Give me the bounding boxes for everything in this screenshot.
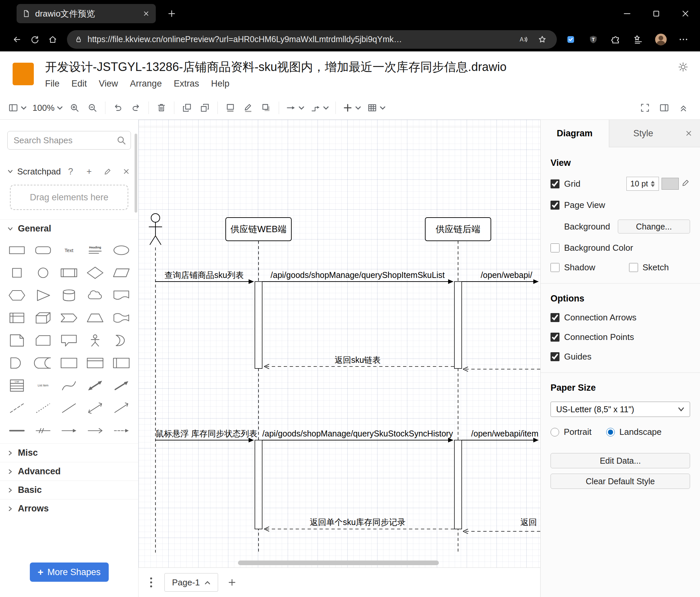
shape-card[interactable] <box>30 332 56 349</box>
settings-ellipsis-icon[interactable] <box>675 31 692 48</box>
pages-menu-icon[interactable] <box>145 574 158 591</box>
table-button[interactable] <box>364 99 388 117</box>
section-misc[interactable]: Misc <box>0 444 138 462</box>
menu-help[interactable]: Help <box>211 79 230 89</box>
grid-color-edit-icon[interactable] <box>681 178 690 189</box>
line-color-button[interactable] <box>240 99 257 117</box>
tab-close-icon[interactable] <box>142 9 150 18</box>
scratchpad-header[interactable]: Scratchpad ? + <box>0 163 138 180</box>
shape-directional-connector[interactable] <box>108 400 134 416</box>
portrait-radio-label[interactable]: Portrait <box>551 427 592 437</box>
address-url[interactable]: https://file.kkview.cn/onlinePreview?url… <box>88 34 511 44</box>
shape-rectangle[interactable] <box>4 242 30 258</box>
shape-square[interactable] <box>4 264 30 281</box>
delete-button[interactable] <box>153 99 170 117</box>
shape-rounded-rectangle[interactable] <box>30 242 56 258</box>
extensions-puzzle-icon[interactable] <box>607 31 624 48</box>
edit-data-button[interactable]: Edit Data... <box>551 453 690 468</box>
waypoints-button[interactable] <box>307 99 331 117</box>
guides-checkbox[interactable] <box>551 352 559 361</box>
pinned-extension-icon[interactable] <box>562 31 579 48</box>
home-icon[interactable] <box>44 30 61 48</box>
zoom-out-button[interactable] <box>84 99 101 117</box>
shape-internal-storage[interactable] <box>4 309 30 326</box>
scratchpad-close-icon[interactable] <box>122 167 131 176</box>
shape-diamond[interactable] <box>82 264 108 281</box>
shape-and[interactable] <box>4 355 30 371</box>
shape-data-storage[interactable] <box>30 355 56 371</box>
shape-link[interactable] <box>30 422 56 439</box>
read-aloud-icon[interactable]: A <box>516 32 530 47</box>
shape-text[interactable]: Text <box>56 242 82 258</box>
shape-dashed-line[interactable] <box>4 400 30 416</box>
shape-vertical-container[interactable] <box>82 355 108 371</box>
connection-arrows-checkbox[interactable] <box>551 313 559 322</box>
horizontal-scrollbar[interactable] <box>238 560 439 565</box>
landscape-radio[interactable] <box>606 428 615 436</box>
to-front-button[interactable] <box>178 99 196 117</box>
close-button[interactable] <box>671 0 700 27</box>
format-panel-button[interactable] <box>656 99 673 117</box>
shape-horizontal-line[interactable] <box>4 422 30 439</box>
section-basic[interactable]: Basic <box>0 481 138 499</box>
shape-cylinder[interactable] <box>56 287 82 304</box>
sketch-checkbox-label[interactable]: Sketch <box>629 262 669 272</box>
shape-connector-filled-arrow[interactable] <box>108 422 134 439</box>
scratchpad-edit-icon[interactable] <box>103 167 112 176</box>
grid-color-swatch[interactable] <box>661 178 679 190</box>
zoom-level-button[interactable]: 100% <box>30 99 65 117</box>
to-back-button[interactable] <box>196 99 214 117</box>
shape-ellipse[interactable] <box>108 242 134 258</box>
shape-triangle[interactable] <box>30 287 56 304</box>
guides-checkbox-label[interactable]: Guides <box>551 352 591 362</box>
more-shapes-button[interactable]: + More Shapes <box>30 563 109 582</box>
shape-curve[interactable] <box>56 377 82 394</box>
shape-actor[interactable] <box>82 332 108 349</box>
page-view-checkbox-label[interactable]: Page View <box>551 200 605 210</box>
shape-note[interactable] <box>4 332 30 349</box>
shape-cube[interactable] <box>30 309 56 326</box>
portrait-radio[interactable] <box>551 428 559 436</box>
shape-list-item[interactable]: List Item <box>30 377 56 394</box>
shape-list[interactable]: List <box>4 377 30 394</box>
diagram-canvas[interactable]: 供应链WEB端 供应链后端 查询店铺商品sku列表 /api/goods/sho… <box>139 120 540 568</box>
shape-circle[interactable] <box>30 264 56 281</box>
shape-connector-open-arrow[interactable] <box>82 422 108 439</box>
change-background-button[interactable]: Change... <box>618 219 690 234</box>
shape-line[interactable] <box>56 400 82 416</box>
zoom-in-button[interactable] <box>66 99 83 117</box>
section-advanced[interactable]: Advanced <box>0 462 138 481</box>
menu-extras[interactable]: Extras <box>174 79 199 89</box>
profile-avatar[interactable] <box>652 31 670 48</box>
collapse-toolbar-button[interactable] <box>675 99 692 117</box>
tab-style[interactable]: Style <box>609 120 677 147</box>
shape-bidirectional-arrow[interactable] <box>82 377 108 394</box>
scratchpad-help-icon[interactable]: ? <box>66 167 75 176</box>
connection-points-checkbox-label[interactable]: Connection Points <box>551 332 634 342</box>
insert-button[interactable] <box>340 99 364 117</box>
shadow-checkbox[interactable] <box>551 263 559 272</box>
actor-figure[interactable] <box>149 214 162 245</box>
shield-extension-icon[interactable]: T <box>585 31 602 48</box>
shape-heading[interactable]: Heading <box>82 242 108 258</box>
theme-toggle-sun-icon[interactable] <box>675 59 691 75</box>
section-general[interactable]: General <box>0 219 138 238</box>
shape-trapezoid[interactable] <box>82 309 108 326</box>
fullscreen-button[interactable] <box>636 99 654 117</box>
menu-edit[interactable]: Edit <box>72 79 87 89</box>
background-color-checkbox-label[interactable]: Background Color <box>551 243 633 253</box>
menu-file[interactable]: File <box>45 79 60 89</box>
minimize-button[interactable] <box>612 0 642 27</box>
shape-tape[interactable] <box>108 309 134 326</box>
favorite-star-icon[interactable] <box>535 32 550 47</box>
search-shapes-input[interactable] <box>7 131 131 149</box>
shape-callout[interactable] <box>56 332 82 349</box>
shape-bidirectional-connector[interactable] <box>82 400 108 416</box>
page-view-checkbox[interactable] <box>551 201 559 210</box>
shape-step[interactable] <box>56 309 82 326</box>
shape-arrow[interactable] <box>108 377 134 394</box>
view-outline-button[interactable] <box>5 99 29 117</box>
sketch-checkbox[interactable] <box>629 263 638 272</box>
maximize-button[interactable] <box>642 0 671 27</box>
favorites-list-icon[interactable] <box>630 31 647 48</box>
